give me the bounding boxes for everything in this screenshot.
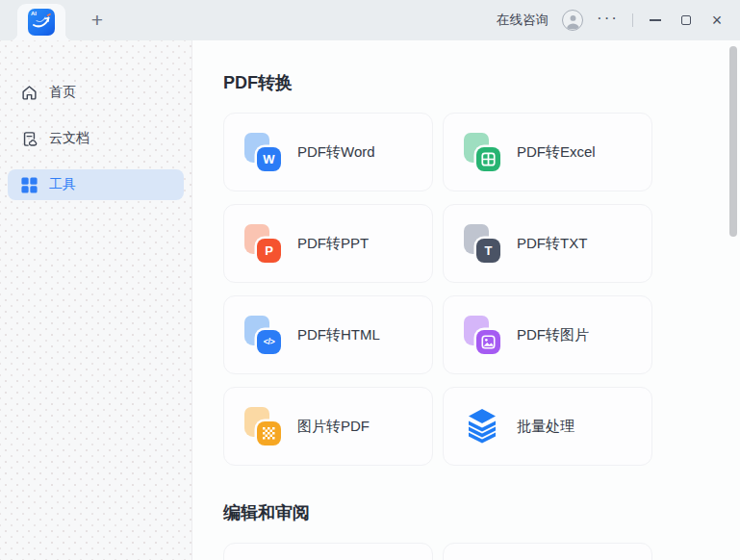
sidebar-item-label: 首页: [49, 84, 76, 101]
main-content: PDF转换 W PDF转Word PDF转Excel: [192, 40, 740, 560]
titlebar-divider: [632, 13, 633, 27]
tool-label: PDF转PPT: [297, 235, 369, 253]
edit-review-grid: [223, 543, 740, 560]
sidebar-item-label: 工具: [49, 176, 76, 193]
tool-card-pdf-to-image[interactable]: PDF转图片: [443, 295, 652, 374]
person-icon: [564, 12, 582, 30]
pdf-to-html-icon: </>: [243, 316, 282, 354]
pdf-to-txt-icon: T: [463, 224, 501, 263]
app-tab[interactable]: AI: [17, 4, 65, 40]
maximize-button[interactable]: [677, 12, 695, 29]
online-consult-link[interactable]: 在线咨询: [497, 12, 549, 29]
section-title-pdf-convert: PDF转换: [223, 70, 740, 95]
cloud-doc-icon: [20, 130, 38, 148]
user-avatar[interactable]: [562, 10, 583, 31]
vertical-scrollbar-thumb[interactable]: [729, 46, 737, 237]
tools-grid-icon: [20, 176, 38, 194]
pdf-to-image-icon: [463, 316, 501, 354]
tool-card-partial[interactable]: [223, 543, 433, 560]
maximize-icon: [681, 15, 691, 25]
tools-grid: W PDF转Word PDF转Excel P PDF转PPT: [223, 113, 740, 466]
more-menu-button[interactable]: ···: [597, 10, 619, 32]
app-logo-icon: AI: [28, 9, 55, 36]
pdf-to-ppt-icon: P: [243, 224, 282, 263]
sidebar-item-cloud-docs[interactable]: 云文档: [8, 123, 184, 154]
tool-card-batch-process[interactable]: 批量处理: [443, 387, 652, 466]
tool-card-pdf-to-word[interactable]: W PDF转Word: [223, 113, 433, 191]
tool-label: PDF转Excel: [517, 143, 596, 162]
section-title-edit-review: 编辑和审阅: [223, 500, 740, 525]
new-tab-button[interactable]: +: [85, 8, 110, 33]
home-icon: [20, 84, 38, 102]
tool-label: 图片转PDF: [297, 418, 370, 436]
tool-card-pdf-to-ppt[interactable]: P PDF转PPT: [223, 204, 433, 283]
pdf-to-word-icon: W: [243, 133, 282, 171]
layers-stack-icon: [463, 407, 501, 445]
pdf-to-excel-icon: [463, 133, 501, 171]
minimize-button[interactable]: [647, 12, 664, 29]
image-to-pdf-icon: [243, 407, 282, 445]
titlebar-right: 在线咨询 ··· ×: [497, 10, 740, 32]
tool-card-image-to-pdf[interactable]: 图片转PDF: [223, 387, 433, 466]
tool-label: PDF转图片: [517, 326, 589, 344]
tool-card-pdf-to-excel[interactable]: PDF转Excel: [443, 113, 652, 191]
tool-card-pdf-to-html[interactable]: </> PDF转HTML: [223, 295, 433, 374]
tool-card-pdf-to-txt[interactable]: T PDF转TXT: [443, 204, 652, 283]
tool-label: 批量处理: [517, 418, 574, 436]
sidebar: 首页 云文档 工具: [0, 40, 192, 560]
tool-card-partial[interactable]: [443, 543, 652, 560]
tool-label: PDF转Word: [297, 143, 375, 162]
tool-label: PDF转TXT: [517, 235, 587, 253]
rocket-swoosh-icon: [28, 9, 55, 36]
tool-label: PDF转HTML: [297, 326, 380, 344]
sidebar-item-label: 云文档: [49, 130, 89, 147]
close-button[interactable]: ×: [708, 12, 726, 29]
sidebar-item-tools[interactable]: 工具: [8, 169, 184, 200]
minimize-icon: [650, 19, 661, 21]
sidebar-item-home[interactable]: 首页: [8, 77, 184, 108]
window-titlebar: AI + 在线咨询 ··· ×: [0, 0, 740, 40]
